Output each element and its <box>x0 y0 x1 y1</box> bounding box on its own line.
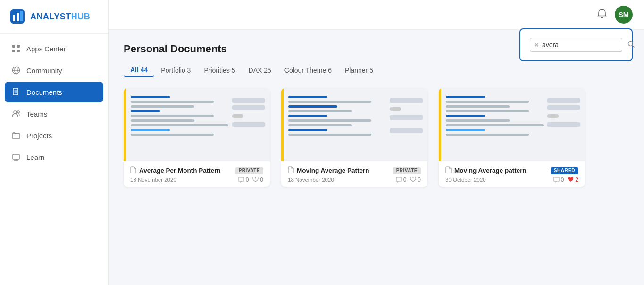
preview-block <box>390 98 423 103</box>
card-preview-inner <box>284 88 427 161</box>
tab-planner[interactable]: Planner 5 <box>338 64 380 76</box>
preview-line <box>288 124 352 126</box>
card-preview-3 <box>439 88 585 161</box>
document-card-3[interactable]: Moving Average pattern SHARED 30 October… <box>439 88 585 187</box>
sidebar-item-teams-label: Teams <box>26 110 47 118</box>
card-title: Moving Average Pattern <box>297 167 369 174</box>
sidebar-item-documents[interactable]: Documents <box>5 82 103 102</box>
card-footer-3: Moving Average pattern SHARED 30 October… <box>439 161 585 187</box>
tab-priorities[interactable]: Priorities 5 <box>197 64 242 76</box>
preview-line <box>288 105 337 108</box>
card-title-left: Moving Average pattern <box>445 166 527 175</box>
sidebar: ANALYSTHUB Apps Center Community Documen… <box>0 0 109 285</box>
preview-line <box>288 119 371 122</box>
card-date: 18 November 2020 <box>130 177 176 183</box>
sidebar-item-community[interactable]: Community <box>5 60 103 81</box>
tab-colour-theme[interactable]: Colour Theme 6 <box>278 64 338 76</box>
preview-line <box>446 129 485 131</box>
learn-icon <box>11 152 21 162</box>
svg-rect-3 <box>20 11 23 21</box>
notification-bell-icon[interactable] <box>597 8 607 21</box>
card-title-row: Average Per Month Pattern PRIVATE <box>130 166 263 175</box>
comments-action[interactable]: 0 <box>553 176 564 183</box>
document-card-1[interactable]: Average Per Month Pattern PRIVATE 18 Nov… <box>124 88 270 187</box>
card-actions: 0 0 <box>238 176 263 183</box>
preview-line <box>446 124 544 126</box>
sidebar-item-apps-center[interactable]: Apps Center <box>5 38 103 59</box>
preview-block <box>232 122 265 127</box>
sidebar-item-projects[interactable]: Projects <box>5 125 103 146</box>
badge-private: PRIVATE <box>393 167 421 174</box>
preview-toggle-off <box>390 107 401 111</box>
preview-line <box>131 129 170 131</box>
search-clear-icon[interactable]: ✕ <box>534 42 539 49</box>
document-card-2[interactable]: Moving Average Pattern PRIVATE 18 Novemb… <box>281 88 427 187</box>
preview-block <box>547 98 580 103</box>
likes-action[interactable]: 0 <box>252 176 263 183</box>
teams-icon <box>11 109 21 118</box>
doc-icon <box>130 166 136 175</box>
card-actions: 0 0 <box>396 176 421 183</box>
preview-line <box>131 124 228 126</box>
preview-block <box>390 128 423 133</box>
preview-line <box>288 96 327 98</box>
card-actions: 0 2 <box>553 176 578 183</box>
badge-private: PRIVATE <box>235 167 263 174</box>
search-input-wrap: ✕ <box>530 38 622 52</box>
card-footer-1: Average Per Month Pattern PRIVATE 18 Nov… <box>124 161 270 187</box>
card-lines-left <box>131 94 228 156</box>
card-lines-right <box>232 94 265 156</box>
likes-action-heart[interactable]: 2 <box>568 176 578 183</box>
tab-dax[interactable]: DAX 25 <box>242 64 278 76</box>
content-area: Personal Documents All 44 Portfolio 3 Pr… <box>109 30 644 285</box>
preview-line <box>131 134 214 136</box>
likes-action[interactable]: 0 <box>410 176 421 183</box>
tab-all[interactable]: All 44 <box>124 64 154 77</box>
tab-portfolio[interactable]: Portfolio 3 <box>154 64 197 76</box>
badge-shared: SHARED <box>551 167 578 174</box>
svg-point-13 <box>17 111 19 113</box>
preview-block <box>390 115 423 120</box>
card-title: Average Per Month Pattern <box>139 167 221 174</box>
preview-block <box>547 122 580 127</box>
svg-rect-6 <box>12 50 15 52</box>
svg-rect-5 <box>17 45 20 48</box>
logo-area: ANALYSTHUB <box>0 0 108 34</box>
preview-line <box>446 134 529 136</box>
card-title-row: Moving Average pattern SHARED <box>445 166 578 175</box>
card-footer-2: Moving Average Pattern PRIVATE 18 Novemb… <box>281 161 427 187</box>
avatar[interactable]: SM <box>615 6 633 24</box>
search-input[interactable] <box>542 41 625 49</box>
preview-block <box>232 105 265 110</box>
svg-rect-1 <box>13 15 15 21</box>
sidebar-item-learn[interactable]: Learn <box>5 147 103 168</box>
tabs-bar: All 44 Portfolio 3 Priorities 5 DAX 25 C… <box>124 64 629 77</box>
sidebar-item-apps-center-label: Apps Center <box>26 45 66 53</box>
card-lines-right <box>547 94 580 156</box>
preview-toggle-off <box>547 114 559 118</box>
search-submit-icon[interactable] <box>627 41 635 49</box>
preview-line <box>288 101 371 103</box>
comments-action[interactable]: 0 <box>396 176 407 183</box>
preview-line <box>446 115 485 117</box>
card-date: 30 October 2020 <box>445 177 486 183</box>
card-title-left: Average Per Month Pattern <box>130 166 221 175</box>
globe-icon <box>11 66 21 75</box>
card-meta: 18 November 2020 0 0 <box>130 176 263 183</box>
main-area: SM Personal Documents All 44 Portfolio 3… <box>109 0 644 285</box>
preview-line <box>131 115 214 117</box>
card-title-left: Moving Average Pattern <box>288 166 369 175</box>
projects-icon <box>11 131 21 140</box>
preview-toggle-off <box>232 114 243 118</box>
card-preview-inner <box>441 88 585 161</box>
sidebar-item-learn-label: Learn <box>26 153 44 161</box>
svg-rect-14 <box>13 154 19 159</box>
cards-grid: Average Per Month Pattern PRIVATE 18 Nov… <box>124 88 629 187</box>
card-lines-left <box>288 94 386 156</box>
card-date: 18 November 2020 <box>288 177 334 183</box>
preview-line <box>131 105 194 108</box>
comments-action[interactable]: 0 <box>238 176 249 183</box>
preview-line <box>288 110 352 112</box>
sidebar-item-teams[interactable]: Teams <box>5 103 103 124</box>
preview-line <box>446 105 510 108</box>
